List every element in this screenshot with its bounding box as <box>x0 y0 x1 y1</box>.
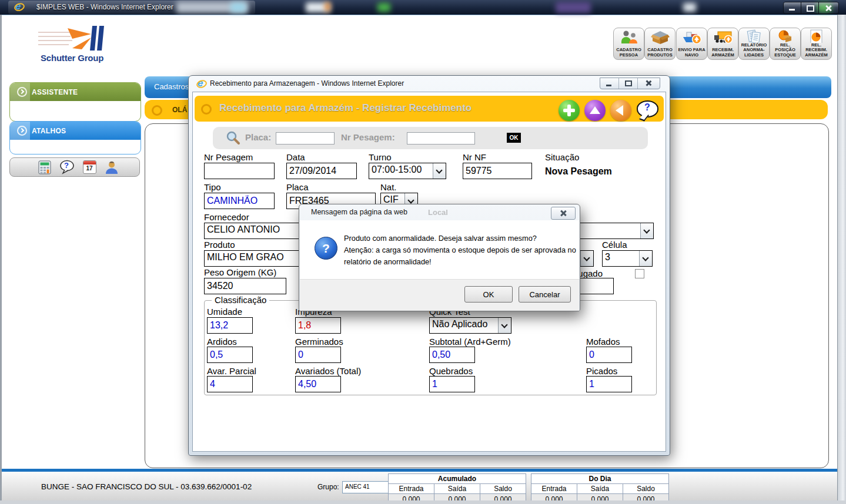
popup-header-title: Recebimento para Armazém - Registrar Rec… <box>219 102 472 114</box>
grupo-label: Grupo: <box>317 483 339 491</box>
upload-button[interactable] <box>584 100 606 121</box>
close-button[interactable] <box>638 78 660 89</box>
column-header: Saldo <box>623 484 669 494</box>
calendar-button[interactable]: 17 <box>82 160 97 175</box>
nr-pesagem-label: Nr Pesagem <box>204 152 253 162</box>
popup-header: Recebimento para Armazém - Registrar Rec… <box>195 96 664 122</box>
tipo-field[interactable] <box>204 193 275 209</box>
minimize-button[interactable] <box>784 2 801 14</box>
question-icon: ? <box>315 237 337 260</box>
data-field[interactable] <box>286 163 357 179</box>
calculator-button[interactable] <box>37 160 52 175</box>
quebrados-field[interactable] <box>429 376 475 392</box>
toolbar-button-cadastro-pessoa[interactable]: CADASTRO PESSOA <box>613 28 644 60</box>
help-button[interactable]: ? <box>59 160 75 175</box>
umidade-field[interactable] <box>207 317 253 334</box>
impureza-field[interactable] <box>295 317 341 334</box>
classificacao-legend: Classificação <box>212 295 269 305</box>
peso-origem-label: Peso Origem (KG) <box>204 267 276 277</box>
picados-field[interactable] <box>586 376 632 392</box>
maximize-button[interactable] <box>801 2 819 14</box>
toolbar-button-envio-navio[interactable]: ENVIO PARA NAVIO <box>676 28 707 60</box>
chevron-icon <box>17 126 27 136</box>
germinados-field[interactable] <box>295 347 341 363</box>
window-frame-left <box>0 15 2 504</box>
toolbar-button-rel-recebim-armazem[interactable]: REL. RECEBIM. ARMAZÉM <box>801 28 832 60</box>
mofados-label: Mofados <box>586 337 620 347</box>
assistente-header[interactable]: ASSISTENTE <box>10 83 141 101</box>
user-button[interactable] <box>104 160 119 175</box>
close-button[interactable] <box>819 2 838 14</box>
search-ok-button[interactable]: OK <box>507 133 521 143</box>
toolbar-button-recebim-armazem[interactable]: RECEBIM. ARMAZÉM <box>707 28 738 60</box>
pie-box-icon <box>775 29 795 43</box>
menu-item-cadastros[interactable]: Cadastros <box>154 82 189 91</box>
application-window: e $IMPLES WEB - Windows Internet Explore… <box>0 0 846 504</box>
company-identifier: BUNGE - SAO FRANCISCO DO SUL - 03.639.66… <box>41 482 252 491</box>
toolbar-label: RECEBIM. ARMAZÉM <box>711 48 734 59</box>
refugado-checkbox[interactable] <box>635 269 644 278</box>
schutter-logo: Schutter Group <box>38 25 121 66</box>
dialog-cancel-button[interactable]: Cancelar <box>519 286 571 303</box>
situacao-label: Situação <box>545 152 579 162</box>
logo-arrow-icon <box>66 25 108 52</box>
chevron-down-icon <box>498 318 511 333</box>
subtotal-field[interactable] <box>429 347 475 363</box>
toolbar-label: REL. POSIÇÃO ESTOQUE <box>770 43 800 60</box>
table-title: Acumulado <box>389 474 526 484</box>
ardidos-field[interactable] <box>207 347 253 363</box>
mofados-field[interactable] <box>586 347 632 363</box>
assistente-panel: ASSISTENTE <box>9 82 141 122</box>
turno-select[interactable]: 07:00-15:00 <box>369 163 446 179</box>
chevron-icon <box>17 87 27 97</box>
produto-label: Produto <box>204 240 235 250</box>
chevron-down-icon <box>639 251 652 266</box>
back-button[interactable] <box>610 100 631 121</box>
webpage-message-dialog: Mensagem da página da web Local ? Produt… <box>299 204 580 311</box>
chevron-down-icon <box>640 223 653 238</box>
search-placa-input[interactable] <box>276 132 335 145</box>
dialog-ok-button[interactable]: OK <box>464 286 513 303</box>
avar-parcial-label: Avar. Parcial <box>207 366 256 376</box>
chevron-down-icon <box>433 163 446 179</box>
avar-parcial-field[interactable] <box>207 376 253 392</box>
do-dia-table: Do Dia Entrada Saída Saldo 0,000 0,000 0… <box>531 473 669 504</box>
window-titlebar: e $IMPLES WEB - Windows Internet Explore… <box>0 0 846 15</box>
add-button[interactable] <box>559 100 580 121</box>
avariados-total-field[interactable] <box>295 376 341 392</box>
celula-select[interactable]: 3 <box>602 250 653 267</box>
toolbar-label: CADASTRO PESSOA <box>616 48 641 59</box>
quick-test-select[interactable]: Não Aplicado <box>429 317 511 334</box>
calendar-icon: 17 <box>83 160 96 174</box>
atalhos-header[interactable]: ATALHOS <box>10 122 141 140</box>
nr-nf-field[interactable] <box>463 163 532 179</box>
bullet-ring-icon <box>152 105 162 116</box>
picados-label: Picados <box>586 366 617 376</box>
toolbar-label: REL. RECEBIM. ARMAZÉM <box>801 43 831 60</box>
ie-icon: e <box>14 2 25 12</box>
search-icon <box>226 130 241 146</box>
peso-origem-field[interactable] <box>204 278 286 294</box>
ie-icon: e <box>196 79 207 89</box>
toolbar-button-rel-anormalidades[interactable]: RELATÓRIO ANORMA- LIDADES <box>738 28 770 60</box>
toolbar-button-rel-posicao-estoque[interactable]: REL. POSIÇÃO ESTOQUE <box>770 28 801 60</box>
background-local-label: Local <box>428 208 448 217</box>
calendar-day: 17 <box>83 164 96 172</box>
celula-label: Célula <box>602 240 627 250</box>
page-pie-icon <box>807 29 827 43</box>
dialog-title: Mensagem da página da web <box>311 208 407 216</box>
search-placa-label: Placa: <box>245 132 271 142</box>
window-controls <box>783 2 839 14</box>
toolbar-button-cadastro-produtos[interactable]: CADASTRO PRODUTOS <box>644 28 676 60</box>
avariados-total-label: Avariados (Total) <box>295 366 361 376</box>
person-icon <box>105 160 119 174</box>
germinados-label: Germinados <box>295 337 343 347</box>
minimize-button[interactable] <box>600 78 619 89</box>
help-button[interactable]: ? <box>637 100 658 117</box>
maximize-button[interactable] <box>619 78 638 89</box>
nr-pesagem-field[interactable] <box>204 163 275 179</box>
nat-label: Nat. <box>380 182 397 192</box>
placa-label: Placa <box>286 182 309 192</box>
search-nr-pesagem-input[interactable] <box>407 132 475 145</box>
dialog-close-button[interactable] <box>551 207 576 220</box>
